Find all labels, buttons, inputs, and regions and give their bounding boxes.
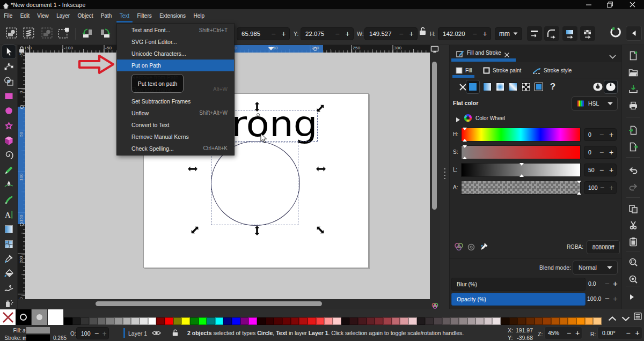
palette-scroll-down[interactable] [621, 314, 630, 323]
slider-value-l[interactable]: 50−+ [584, 164, 617, 176]
menubar-item-filters[interactable]: Filters [133, 9, 156, 23]
palette-document-color-black[interactable] [16, 309, 31, 325]
w-spinbox-increment[interactable]: + [406, 29, 417, 38]
slider-track-h[interactable] [461, 128, 581, 142]
palette-swatch[interactable] [425, 317, 434, 325]
palette-swatch[interactable] [274, 317, 282, 325]
paint-radial-gradient-button[interactable] [494, 80, 507, 93]
slider-track-l[interactable] [461, 163, 581, 177]
menu-item-remove-manual-kerns[interactable]: Remove Manual Kerns [117, 131, 234, 143]
snap-toggle[interactable]: s [609, 26, 622, 41]
palette-swatch[interactable] [72, 317, 81, 325]
tool-mesh-gradient[interactable] [2, 238, 16, 251]
close-button[interactable] [624, 0, 640, 9]
w-spinbox[interactable]: 149.527−+ [364, 27, 418, 40]
palette-no-color[interactable] [0, 309, 16, 325]
palette-swatch[interactable] [568, 317, 576, 325]
menubar-item-edit[interactable]: Edit [17, 9, 34, 23]
divider-grip[interactable] [444, 167, 445, 181]
palette-swatch[interactable] [80, 317, 89, 325]
menubar-item-layer[interactable]: Layer [53, 9, 74, 23]
rotate-cw-button[interactable] [99, 27, 110, 38]
command-paste[interactable] [628, 237, 638, 247]
vertical-scrollbar[interactable] [430, 45, 440, 309]
tool-box-3d[interactable] [2, 134, 16, 147]
command-cut[interactable] [628, 220, 638, 230]
palette-swatch[interactable] [282, 317, 291, 325]
command-document-new[interactable] [628, 51, 638, 61]
x-spinbox-decrement[interactable]: − [269, 29, 278, 38]
select-all-layers-button[interactable] [23, 27, 34, 38]
h-spinbox-increment[interactable]: + [479, 29, 491, 38]
dialog-collapse-chevron[interactable] [609, 51, 616, 61]
blur-decrement[interactable]: − [605, 279, 610, 288]
tool-spray[interactable] [2, 296, 16, 310]
rgb-wheel-button[interactable] [454, 242, 464, 253]
command-zoom-drawing[interactable] [628, 275, 638, 284]
menubar-item-text[interactable]: Text [116, 9, 134, 23]
opacity-slider[interactable]: Opacity (%) [451, 293, 586, 306]
opacity-decrement[interactable]: − [605, 294, 610, 303]
menubar-item-view[interactable]: View [33, 9, 53, 23]
tool-pencil[interactable] [2, 164, 16, 177]
tool-rectangle[interactable] [2, 90, 16, 103]
move-patterns-toggle[interactable] [580, 26, 595, 41]
menubar-item-path[interactable]: Path [97, 9, 116, 23]
selection-handle-w[interactable] [188, 166, 197, 172]
slider-track-a[interactable] [461, 181, 581, 195]
palette-swatch[interactable] [560, 317, 568, 325]
slider-decrement[interactable]: − [598, 183, 607, 192]
pick-color-button[interactable] [480, 242, 489, 253]
fill-rule-evenodd-button[interactable] [591, 80, 604, 93]
tool-calligraphy[interactable] [2, 193, 16, 206]
minimize-button[interactable] [581, 0, 597, 9]
palette-swatch[interactable] [492, 317, 501, 325]
x-spinbox-increment[interactable]: + [278, 29, 289, 38]
slider-decrement[interactable]: − [597, 130, 606, 139]
command-undo[interactable] [628, 166, 638, 175]
slider-decrement[interactable]: − [597, 148, 606, 157]
blur-slider[interactable]: Blur (%) [451, 278, 586, 291]
paint-unknown-paint-button[interactable]: ? [546, 80, 559, 93]
fill-swatch[interactable] [26, 327, 50, 333]
w-spinbox-decrement[interactable]: − [397, 29, 406, 38]
palette-swatch[interactable] [408, 317, 417, 325]
palette-swatch[interactable] [442, 317, 451, 325]
menu-item-convert-to-text[interactable]: Convert to Text [117, 119, 234, 131]
palette-scroll-up[interactable] [608, 314, 617, 323]
horizontal-scrollbar-thumb[interactable] [96, 301, 322, 306]
palette-swatch[interactable] [308, 317, 316, 325]
palette-swatch[interactable] [173, 317, 182, 325]
opacity-decrement[interactable]: − [93, 329, 100, 338]
palette-swatch[interactable] [148, 317, 157, 325]
zoom-spinbox[interactable]: 45%−+ [544, 327, 582, 339]
tool-dropper[interactable] [2, 252, 16, 265]
command-document-save[interactable] [628, 84, 638, 94]
slider-value-h[interactable]: 0−+ [584, 128, 617, 141]
palette-swatch[interactable] [375, 317, 383, 325]
palette-swatch[interactable] [535, 317, 543, 325]
rotation-spinbox[interactable]: 0.00°−+ [597, 327, 642, 339]
tab-fill[interactable]: Fill [456, 62, 472, 78]
h-spinbox-decrement[interactable]: − [470, 29, 479, 38]
menubar-item-file[interactable]: File [0, 9, 17, 23]
palette-swatch[interactable] [400, 317, 408, 325]
command-document-open[interactable] [628, 68, 638, 77]
h-spinbox[interactable]: 142.020−+ [438, 27, 491, 40]
palette-swatch[interactable] [232, 317, 240, 325]
palette-swatch[interactable] [257, 317, 266, 325]
slider-value-s[interactable]: 0−+ [584, 146, 617, 159]
palette-document-color-white[interactable] [48, 309, 63, 325]
display-mode-button[interactable] [430, 46, 439, 55]
palette-swatch[interactable] [240, 317, 249, 325]
command-expand[interactable] [628, 293, 638, 302]
rotation-decrement[interactable]: − [624, 329, 633, 337]
command-copy[interactable] [628, 204, 638, 214]
paint-linear-gradient-button[interactable] [481, 80, 494, 93]
fill-rule-nonzero-button[interactable] [604, 80, 617, 93]
palette-swatch[interactable] [585, 317, 594, 325]
select-all-button[interactable] [6, 27, 17, 38]
restore-button[interactable] [602, 0, 618, 9]
palette-swatch[interactable] [475, 317, 484, 325]
x-spinbox[interactable]: 65.985−+ [237, 27, 290, 40]
